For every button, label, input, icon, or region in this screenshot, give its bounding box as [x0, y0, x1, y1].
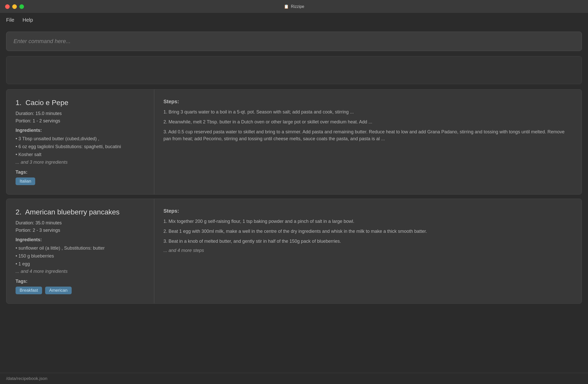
command-area: [0, 27, 588, 56]
step-item: 2. Meanwhile, melt 2 Tbsp. butter in a D…: [163, 119, 572, 125]
recipe-duration: Duration: 35.0 minutes: [16, 220, 145, 226]
ingredients-label: Ingredients:: [16, 237, 145, 242]
ingredient-item: • 3 Tbsp unsalted butter (cubed,divided)…: [16, 136, 145, 142]
ingredient-item: • 6 oz egg tagliolini Substitutions: spa…: [16, 144, 145, 150]
recipe-duration: Duration: 15.0 minutes: [16, 111, 145, 116]
step-item: 3. Add 0.5 cup reserved pasta water to s…: [163, 129, 572, 142]
window-controls: [5, 4, 24, 9]
menu-file[interactable]: File: [6, 17, 14, 23]
command-input[interactable]: [6, 32, 582, 51]
tags-label: Tags:: [16, 170, 145, 175]
recipe-left-panel: 2. American blueberry pancakes Duration:…: [6, 199, 154, 304]
ingredient-item: • 1 egg: [16, 261, 145, 267]
step-item: 3. Beat in a knob of melted butter, and …: [163, 238, 572, 245]
tags-row: Italian: [16, 177, 145, 185]
statusbar: /data/recipebook.json: [0, 373, 588, 384]
recipe-index: 2.: [16, 208, 21, 216]
step-item: 1. Bring 3 quarts water to a boil in a 5…: [163, 109, 572, 116]
maximize-button[interactable]: [19, 4, 24, 9]
recipe-right-panel: Steps: 1. Mix together 200 g self-raisin…: [154, 199, 582, 304]
ingredients-label: Ingredients:: [16, 128, 145, 133]
step-item: 1. Mix together 200 g self-raising flour…: [163, 218, 572, 225]
recipe-title: 1. Cacio e Pepe: [16, 99, 145, 107]
recipe-left-panel: 1. Cacio e Pepe Duration: 15.0 minutes P…: [6, 89, 154, 194]
steps-label: Steps:: [163, 99, 572, 105]
statusbar-text: /data/recipebook.json: [6, 376, 47, 381]
recipe-index: 1.: [16, 99, 21, 107]
recipe-right-panel: Steps: 1. Bring 3 quarts water to a boil…: [154, 89, 582, 194]
step-item: 2. Beat 1 egg with 300ml milk, make a we…: [163, 228, 572, 235]
more-steps: ... and 4 more steps: [163, 248, 572, 253]
more-ingredients: ... and 3 more ingredients: [16, 160, 145, 165]
tag-breakfast: Breakfast: [16, 287, 42, 294]
recipe-title: 2. American blueberry pancakes: [16, 208, 145, 216]
tag-italian: Italian: [16, 177, 35, 185]
titlebar: 📋 Rizzipe: [0, 0, 588, 13]
recipe-portion: Portion: 2 - 3 servings: [16, 228, 145, 233]
ingredient-item: • 150 g blueberries: [16, 253, 145, 259]
minimize-button[interactable]: [12, 4, 17, 9]
app-title-text: Rizzipe: [291, 4, 304, 9]
app-title: 📋 Rizzipe: [284, 4, 304, 9]
ingredient-item: • Kosher salt: [16, 151, 145, 158]
more-ingredients: ... and 4 more ingredients: [16, 269, 145, 274]
secondary-area: [6, 56, 582, 84]
tag-american: American: [45, 287, 72, 294]
steps-label: Steps:: [163, 208, 572, 214]
menubar: File Help: [0, 13, 588, 27]
close-button[interactable]: [5, 4, 10, 9]
menu-help[interactable]: Help: [22, 17, 33, 23]
recipe-name: American blueberry pancakes: [25, 208, 119, 216]
tags-row: Breakfast American: [16, 287, 145, 294]
app-icon: 📋: [284, 4, 289, 9]
recipe-name: Cacio e Pepe: [25, 99, 68, 107]
recipe-card: 1. Cacio e Pepe Duration: 15.0 minutes P…: [6, 89, 582, 195]
tags-label: Tags:: [16, 279, 145, 284]
recipe-portion: Portion: 1 - 2 servings: [16, 118, 145, 124]
ingredient-item: • sunflower oil (a little) , Substitutio…: [16, 245, 145, 251]
recipes-container: 1. Cacio e Pepe Duration: 15.0 minutes P…: [0, 89, 588, 373]
recipe-card: 2. American blueberry pancakes Duration:…: [6, 199, 582, 304]
